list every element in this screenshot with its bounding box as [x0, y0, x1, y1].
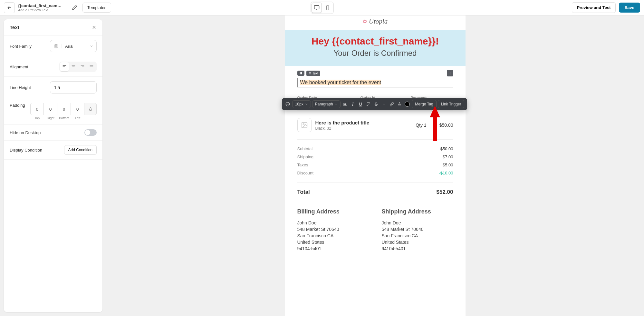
- text-color-icon: [397, 102, 402, 106]
- padding-inputs: 0 0 0 0: [30, 103, 97, 115]
- link-button[interactable]: [389, 100, 395, 108]
- block-more-button[interactable]: [447, 70, 453, 76]
- bold-icon: B: [343, 102, 347, 107]
- mobile-icon: [325, 5, 330, 10]
- device-toggle: [311, 2, 334, 14]
- paragraph-style-select[interactable]: Paragraph: [312, 100, 341, 108]
- font-size-select[interactable]: 18px: [292, 100, 311, 108]
- hero-subtitle: Your Order is Confirmed: [292, 49, 459, 58]
- billing-street: 548 Market St 70640: [297, 226, 369, 232]
- product-image-placeholder: [297, 118, 312, 132]
- mobile-view-button[interactable]: [322, 3, 333, 13]
- shipping-street: 548 Market St 70640: [382, 226, 453, 232]
- shipping-title: Shipping Address: [382, 208, 453, 215]
- padding-top-input[interactable]: 0: [30, 103, 44, 115]
- svg-rect-0: [314, 5, 319, 9]
- padding-labels: Top Right Bottom Left: [30, 116, 84, 120]
- discount-label: Discount: [297, 171, 314, 175]
- line-height-label: Line Height: [10, 85, 31, 90]
- chevron-down-icon: [382, 103, 386, 106]
- workspace: Text Font Family Arial Alignment: [0, 15, 644, 316]
- strikethrough-button[interactable]: S: [373, 100, 379, 108]
- hide-desktop-toggle[interactable]: [84, 129, 97, 136]
- padding-bottom-input[interactable]: 0: [57, 103, 71, 115]
- pad-label-right: Right: [44, 116, 57, 120]
- hide-desktop-label: Hide on Desktop: [10, 130, 41, 135]
- edit-title-button[interactable]: [70, 3, 79, 13]
- total-value: $52.00: [437, 189, 453, 195]
- more-format-button[interactable]: [381, 100, 387, 108]
- font-family-select[interactable]: Arial: [50, 40, 97, 52]
- text-color-button[interactable]: [396, 100, 403, 108]
- italic-button[interactable]: I: [350, 100, 356, 108]
- subtotal-value: $50.00: [440, 146, 453, 151]
- product-price: $50.00: [439, 123, 453, 128]
- email-logo: ✿ Utopia: [285, 15, 466, 30]
- svg-rect-1: [326, 5, 329, 10]
- svg-point-11: [310, 74, 311, 74]
- billing-address: Billing Address John Doe 548 Market St 7…: [297, 208, 369, 252]
- align-left-button[interactable]: [60, 62, 69, 71]
- globe-icon: [54, 44, 58, 48]
- canvas-area[interactable]: ✿ Utopia Hey {{contact_first_name}}! You…: [106, 15, 644, 316]
- billing-name: John Doe: [297, 220, 369, 226]
- align-left-icon: [62, 64, 67, 69]
- svg-point-6: [309, 72, 310, 73]
- bg-color-button[interactable]: [404, 100, 410, 108]
- billing-country: United States: [297, 239, 369, 245]
- selected-text: We booked your ticket for the event: [300, 80, 381, 85]
- billing-zip: 94104-5401: [297, 245, 369, 252]
- padding-lock-button[interactable]: [84, 103, 97, 115]
- templates-button[interactable]: Templates: [82, 3, 111, 13]
- link-trigger-button[interactable]: Link Trigger: [438, 100, 465, 108]
- align-justify-button[interactable]: [87, 62, 96, 71]
- add-condition-button[interactable]: Add Condition: [64, 145, 97, 155]
- top-bar: {{contact_first_nam… Add a Preview Text …: [0, 0, 644, 15]
- svg-rect-5: [301, 72, 302, 74]
- pad-label-left: Left: [71, 116, 84, 120]
- shipping-city: San Francisco CA: [382, 232, 453, 239]
- preview-test-button[interactable]: Preview and Test: [572, 2, 615, 13]
- svg-point-10: [309, 74, 310, 74]
- padding-right-input[interactable]: 0: [44, 103, 57, 115]
- lock-icon: [89, 107, 92, 111]
- order-body: Order Date 09 September, 2024 Order Id #…: [285, 89, 466, 258]
- pad-label-bottom: Bottom: [57, 116, 71, 120]
- font-family-label: Font Family: [10, 44, 32, 49]
- clear-format-button[interactable]: [365, 100, 371, 108]
- product-row: Here is the product title Black, 32 Qty …: [297, 111, 453, 140]
- padding-left-input[interactable]: 0: [71, 103, 84, 115]
- back-button[interactable]: [4, 2, 15, 13]
- image-icon: [301, 122, 308, 129]
- sidebar: Text Font Family Arial Alignment: [0, 15, 106, 316]
- grand-total: Total $52.00: [297, 183, 453, 202]
- line-height-input[interactable]: [50, 81, 97, 94]
- more-icon: [448, 71, 452, 75]
- title-block: {{contact_first_nam… Add a Preview Text: [18, 3, 66, 12]
- block-type-label: Text: [312, 72, 318, 75]
- align-center-button[interactable]: [69, 62, 78, 71]
- email-canvas: ✿ Utopia Hey {{contact_first_name}}! You…: [285, 15, 466, 316]
- font-family-value: Arial: [62, 44, 87, 49]
- preview-text-placeholder[interactable]: Add a Preview Text: [18, 8, 66, 12]
- close-panel-button[interactable]: [91, 25, 97, 30]
- bold-button[interactable]: B: [342, 100, 348, 108]
- desktop-view-button[interactable]: [312, 3, 322, 13]
- drag-handle[interactable]: Text: [306, 71, 320, 76]
- align-center-icon: [71, 64, 76, 69]
- align-justify-icon: [89, 64, 94, 69]
- merge-tag-button[interactable]: Merge Tag: [412, 100, 436, 108]
- text-content-editor[interactable]: We booked your ticket for the event: [297, 78, 453, 87]
- svg-point-14: [450, 74, 450, 74]
- toolbar-globe-button[interactable]: [284, 100, 291, 108]
- subtotal-label: Subtotal: [297, 146, 313, 151]
- pencil-icon: [72, 5, 77, 10]
- flower-icon: ✿: [363, 18, 367, 25]
- product-qty: Qty 1: [416, 123, 426, 128]
- align-right-button[interactable]: [78, 62, 87, 71]
- underline-button[interactable]: U: [357, 100, 364, 108]
- align-right-icon: [80, 64, 85, 69]
- column-handle[interactable]: [297, 71, 304, 76]
- save-button[interactable]: Save: [619, 3, 640, 13]
- billing-city: San Francisco CA: [297, 232, 369, 239]
